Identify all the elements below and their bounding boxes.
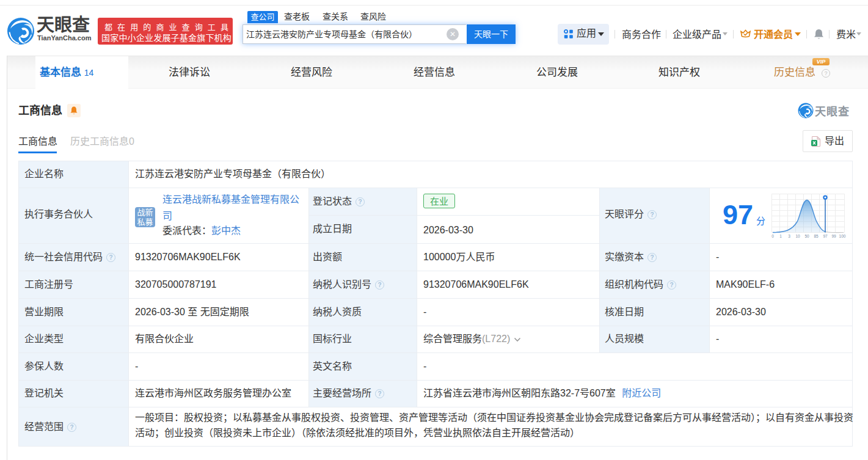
svg-text:10: 10 [795,234,800,238]
svg-text:100: 100 [839,234,846,238]
svg-text:85: 85 [814,234,819,238]
svg-text:50: 50 [804,234,809,238]
svg-text:3: 3 [788,234,790,238]
svg-text:0: 0 [771,234,774,238]
svg-text:97: 97 [823,234,828,238]
svg-text:1: 1 [779,234,782,238]
svg-text:99: 99 [831,234,836,238]
